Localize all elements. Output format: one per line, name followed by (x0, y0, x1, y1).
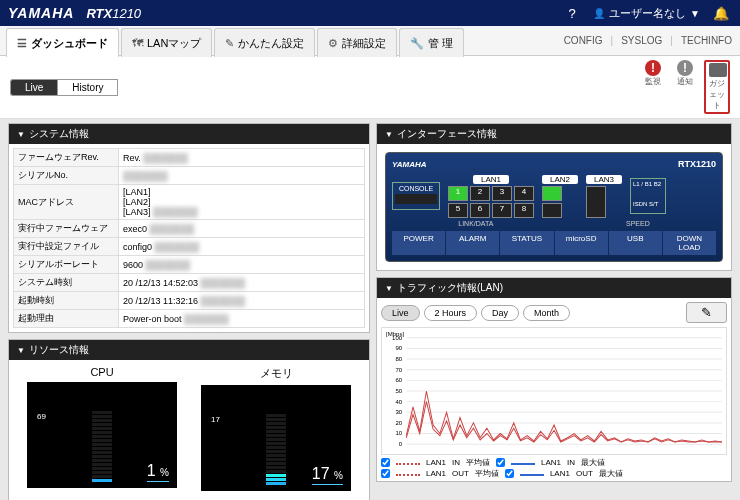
svg-text:70: 70 (396, 367, 403, 373)
lan1-port-2[interactable]: 2 (470, 186, 490, 201)
topbar: YAMAHA RTX1210 ? 👤 ユーザー名なし ▼ 🔔 (0, 0, 740, 26)
svg-text:100: 100 (392, 335, 403, 341)
traffic-chart: [Mbps]0102030405060708090100 (381, 327, 727, 455)
badge-notify[interactable]: ! 通知 (672, 60, 698, 87)
traffic-range-Day[interactable]: Day (481, 305, 519, 321)
lan2-port[interactable] (542, 186, 562, 201)
info-icon: ! (677, 60, 693, 76)
mem-meter: メモリ 17 17 % (201, 366, 351, 491)
lan1-port-4[interactable]: 4 (514, 186, 534, 201)
user-icon: 👤 (593, 8, 605, 19)
traffic-range-2 Hours[interactable]: 2 Hours (424, 305, 478, 321)
cpu-meter: CPU 69 1 % (27, 366, 177, 491)
router-btn-microsd[interactable]: microSD (555, 231, 608, 255)
tab-4[interactable]: 🔧管 理 (399, 28, 464, 57)
isdn-port: L1 / B1 B2ISDN S/T (630, 178, 666, 214)
traffic-range-Live[interactable]: Live (381, 305, 420, 321)
console-port: CONSOLE (392, 182, 440, 210)
router-btn-alarm[interactable]: ALARM (446, 231, 499, 255)
link-syslog[interactable]: SYSLOG (621, 35, 662, 46)
badge-gadget[interactable]: ガジェット (704, 60, 730, 114)
link-config[interactable]: CONFIG (564, 35, 603, 46)
traffic-range-Month[interactable]: Month (523, 305, 570, 321)
alert-icon: ! (645, 60, 661, 76)
traffic-edit-button[interactable]: ✎ (686, 302, 727, 323)
tab-1[interactable]: 🗺LANマップ (121, 28, 212, 57)
menubar: ☰ダッシュボード🗺LANマップ✎かんたん設定⚙詳細設定🔧管 理 CONFIG |… (0, 26, 740, 56)
svg-text:30: 30 (396, 409, 403, 415)
badge-monitor[interactable]: ! 監視 (640, 60, 666, 87)
lan1-port-7[interactable]: 7 (492, 203, 512, 218)
tab-0[interactable]: ☰ダッシュボード (6, 28, 119, 57)
content: ▼システム情報 ファームウェアRev.Rev. ███████シリアルNo. █… (0, 119, 740, 500)
panel-sysinfo: ▼システム情報 ファームウェアRev.Rev. ███████シリアルNo. █… (8, 123, 370, 333)
subnav-live[interactable]: Live (10, 79, 57, 96)
tab-3[interactable]: ⚙詳細設定 (317, 28, 397, 57)
lan1-port-5[interactable]: 5 (448, 203, 468, 218)
legend-chk[interactable] (505, 469, 514, 478)
router-diagram: YAMAHA RTX1210 CONSOLE LAN1 1234 5678 LA… (385, 152, 723, 262)
lan1-port-6[interactable]: 6 (470, 203, 490, 218)
svg-text:60: 60 (396, 377, 403, 383)
svg-text:90: 90 (396, 346, 403, 352)
lan1-port-1[interactable]: 1 (448, 186, 468, 201)
lan1-port-3[interactable]: 3 (492, 186, 512, 201)
svg-text:20: 20 (396, 420, 403, 426)
svg-text:50: 50 (396, 388, 403, 394)
lan1-port-8[interactable]: 8 (514, 203, 534, 218)
tab-2[interactable]: ✎かんたん設定 (214, 28, 315, 57)
brand-model: RTX1210 (86, 6, 141, 21)
svg-text:10: 10 (396, 431, 403, 437)
chevron-down-icon: ▼ (690, 8, 700, 19)
router-btn-status[interactable]: STATUS (500, 231, 553, 255)
gadget-icon (709, 63, 727, 77)
router-btn-usb[interactable]: USB (609, 231, 662, 255)
router-btn-power[interactable]: POWER (392, 231, 445, 255)
help-button[interactable]: ? (561, 2, 583, 24)
sysinfo-table: ファームウェアRev.Rev. ███████シリアルNo. ███████MA… (13, 148, 365, 328)
svg-text:80: 80 (396, 356, 403, 362)
legend-chk[interactable] (496, 458, 505, 467)
brand-logo: YAMAHA (8, 5, 74, 21)
svg-text:0: 0 (399, 441, 403, 447)
notifications-button[interactable]: 🔔 (710, 2, 732, 24)
panel-interface: ▼インターフェース情報 YAMAHA RTX1210 CONSOLE LAN1 … (376, 123, 732, 271)
panel-resource: ▼リソース情報 CPU 69 1 % メモリ 17 17 % (8, 339, 370, 500)
link-techinfo[interactable]: TECHINFO (681, 35, 732, 46)
panel-traffic: ▼トラフィック情報(LAN) Live2 HoursDayMonth✎ [Mbp… (376, 277, 732, 482)
legend-chk[interactable] (381, 469, 390, 478)
brand: YAMAHA RTX1210 (8, 5, 141, 21)
subnav: Live History ! 監視 ! 通知 ガジェット (0, 56, 740, 119)
router-btn-down
load[interactable]: DOWNLOAD (663, 231, 716, 255)
legend-chk[interactable] (381, 458, 390, 467)
menubar-right: CONFIG | SYSLOG | TECHINFO (564, 26, 740, 55)
user-menu[interactable]: 👤 ユーザー名なし ▼ (593, 6, 700, 21)
lan3-port[interactable] (586, 186, 606, 218)
svg-text:40: 40 (396, 399, 403, 405)
subnav-history[interactable]: History (57, 79, 118, 96)
user-name: ユーザー名なし (609, 6, 686, 21)
topbar-right: ? 👤 ユーザー名なし ▼ 🔔 (561, 2, 732, 24)
